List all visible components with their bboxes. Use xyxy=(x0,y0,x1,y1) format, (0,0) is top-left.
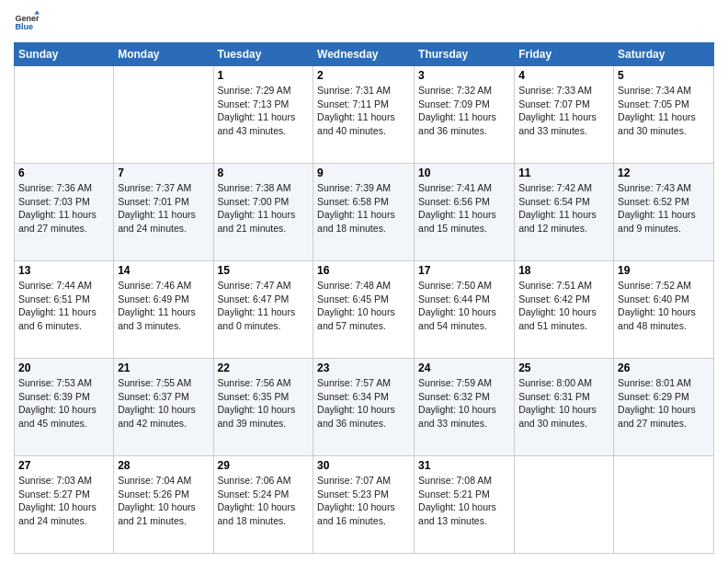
day-info: Sunrise: 7:29 AMSunset: 7:13 PMDaylight:… xyxy=(218,84,310,138)
col-header-saturday: Saturday xyxy=(614,43,714,66)
day-number: 28 xyxy=(118,459,209,472)
calendar-row-3: 20Sunrise: 7:53 AMSunset: 6:39 PMDayligh… xyxy=(15,359,714,456)
day-info: Sunrise: 8:01 AMSunset: 6:29 PMDaylight:… xyxy=(618,376,710,431)
day-info: Sunrise: 8:00 AMSunset: 6:31 PMDaylight:… xyxy=(518,376,609,431)
calendar-row-0: 1Sunrise: 7:29 AMSunset: 7:13 PMDaylight… xyxy=(15,66,714,164)
table-row: 18Sunrise: 7:51 AMSunset: 6:42 PMDayligh… xyxy=(515,261,614,359)
table-row xyxy=(614,456,714,554)
day-number: 15 xyxy=(218,264,310,277)
day-number: 22 xyxy=(218,362,310,374)
day-info: Sunrise: 7:04 AMSunset: 5:26 PMDaylight:… xyxy=(118,474,209,528)
day-info: Sunrise: 7:42 AMSunset: 6:54 PMDaylight:… xyxy=(518,181,609,236)
table-row: 26Sunrise: 8:01 AMSunset: 6:29 PMDayligh… xyxy=(614,359,714,456)
day-info: Sunrise: 7:06 AMSunset: 5:24 PMDaylight:… xyxy=(218,474,310,528)
table-row: 10Sunrise: 7:41 AMSunset: 6:56 PMDayligh… xyxy=(415,164,515,261)
day-info: Sunrise: 7:56 AMSunset: 6:35 PMDaylight:… xyxy=(218,376,310,431)
table-row: 4Sunrise: 7:33 AMSunset: 7:07 PMDaylight… xyxy=(515,66,614,164)
table-row xyxy=(15,66,114,164)
day-info: Sunrise: 7:57 AMSunset: 6:34 PMDaylight:… xyxy=(317,376,410,431)
calendar-row-2: 13Sunrise: 7:44 AMSunset: 6:51 PMDayligh… xyxy=(15,261,714,359)
day-number: 1 xyxy=(218,69,310,82)
day-number: 26 xyxy=(618,362,710,374)
day-number: 23 xyxy=(317,362,410,374)
svg-marker-2 xyxy=(34,10,40,14)
col-header-monday: Monday xyxy=(114,43,213,66)
day-number: 21 xyxy=(118,362,209,374)
table-row: 23Sunrise: 7:57 AMSunset: 6:34 PMDayligh… xyxy=(313,359,415,456)
table-row: 6Sunrise: 7:36 AMSunset: 7:03 PMDaylight… xyxy=(15,164,114,261)
table-row: 31Sunrise: 7:08 AMSunset: 5:21 PMDayligh… xyxy=(415,456,515,554)
day-number: 4 xyxy=(518,69,609,82)
day-info: Sunrise: 7:48 AMSunset: 6:45 PMDaylight:… xyxy=(317,279,410,333)
day-number: 6 xyxy=(18,167,109,179)
day-number: 31 xyxy=(418,459,510,472)
table-row: 13Sunrise: 7:44 AMSunset: 6:51 PMDayligh… xyxy=(15,261,114,359)
svg-text:General: General xyxy=(15,14,40,23)
day-info: Sunrise: 7:34 AMSunset: 7:05 PMDaylight:… xyxy=(618,84,710,138)
table-row: 8Sunrise: 7:38 AMSunset: 7:00 PMDaylight… xyxy=(213,164,313,261)
table-row: 15Sunrise: 7:47 AMSunset: 6:47 PMDayligh… xyxy=(213,261,313,359)
day-info: Sunrise: 7:08 AMSunset: 5:21 PMDaylight:… xyxy=(418,474,510,528)
day-number: 19 xyxy=(618,264,710,277)
table-row: 1Sunrise: 7:29 AMSunset: 7:13 PMDaylight… xyxy=(213,66,313,164)
day-info: Sunrise: 7:37 AMSunset: 7:01 PMDaylight:… xyxy=(118,181,209,236)
logo: General Blue xyxy=(14,9,43,35)
day-number: 13 xyxy=(18,264,109,277)
calendar-row-4: 27Sunrise: 7:03 AMSunset: 5:27 PMDayligh… xyxy=(15,456,714,554)
day-info: Sunrise: 7:32 AMSunset: 7:09 PMDaylight:… xyxy=(418,84,510,138)
day-number: 16 xyxy=(317,264,410,277)
table-row: 2Sunrise: 7:31 AMSunset: 7:11 PMDaylight… xyxy=(313,66,415,164)
table-row: 25Sunrise: 8:00 AMSunset: 6:31 PMDayligh… xyxy=(515,359,614,456)
header-row: SundayMondayTuesdayWednesdayThursdayFrid… xyxy=(15,43,714,66)
day-number: 30 xyxy=(317,459,410,472)
day-info: Sunrise: 7:07 AMSunset: 5:23 PMDaylight:… xyxy=(317,474,410,528)
table-row: 30Sunrise: 7:07 AMSunset: 5:23 PMDayligh… xyxy=(313,456,415,554)
day-info: Sunrise: 7:38 AMSunset: 7:00 PMDaylight:… xyxy=(218,181,310,236)
table-row: 14Sunrise: 7:46 AMSunset: 6:49 PMDayligh… xyxy=(114,261,213,359)
day-info: Sunrise: 7:43 AMSunset: 6:52 PMDaylight:… xyxy=(618,181,710,236)
day-number: 9 xyxy=(317,167,410,179)
day-number: 5 xyxy=(618,69,710,82)
day-info: Sunrise: 7:46 AMSunset: 6:49 PMDaylight:… xyxy=(118,279,209,333)
day-info: Sunrise: 7:41 AMSunset: 6:56 PMDaylight:… xyxy=(418,181,510,236)
calendar-row-1: 6Sunrise: 7:36 AMSunset: 7:03 PMDaylight… xyxy=(15,164,714,261)
logo-icon: General Blue xyxy=(14,9,40,35)
day-number: 7 xyxy=(118,167,209,179)
table-row: 27Sunrise: 7:03 AMSunset: 5:27 PMDayligh… xyxy=(15,456,114,554)
table-row: 11Sunrise: 7:42 AMSunset: 6:54 PMDayligh… xyxy=(515,164,614,261)
day-number: 12 xyxy=(618,167,710,179)
calendar-table: SundayMondayTuesdayWednesdayThursdayFrid… xyxy=(14,42,714,554)
col-header-wednesday: Wednesday xyxy=(313,43,415,66)
table-row: 20Sunrise: 7:53 AMSunset: 6:39 PMDayligh… xyxy=(15,359,114,456)
col-header-thursday: Thursday xyxy=(415,43,515,66)
table-row: 12Sunrise: 7:43 AMSunset: 6:52 PMDayligh… xyxy=(614,164,714,261)
day-number: 11 xyxy=(518,167,609,179)
day-info: Sunrise: 7:47 AMSunset: 6:47 PMDaylight:… xyxy=(218,279,310,333)
day-info: Sunrise: 7:36 AMSunset: 7:03 PMDaylight:… xyxy=(18,181,109,236)
day-number: 29 xyxy=(218,459,310,472)
table-row xyxy=(114,66,213,164)
table-row: 21Sunrise: 7:55 AMSunset: 6:37 PMDayligh… xyxy=(114,359,213,456)
table-row: 29Sunrise: 7:06 AMSunset: 5:24 PMDayligh… xyxy=(213,456,313,554)
day-info: Sunrise: 7:55 AMSunset: 6:37 PMDaylight:… xyxy=(118,376,209,431)
day-info: Sunrise: 7:33 AMSunset: 7:07 PMDaylight:… xyxy=(518,84,609,138)
table-row xyxy=(515,456,614,554)
table-row: 16Sunrise: 7:48 AMSunset: 6:45 PMDayligh… xyxy=(313,261,415,359)
table-row: 24Sunrise: 7:59 AMSunset: 6:32 PMDayligh… xyxy=(415,359,515,456)
day-info: Sunrise: 7:31 AMSunset: 7:11 PMDaylight:… xyxy=(317,84,410,138)
svg-text:Blue: Blue xyxy=(15,22,33,31)
day-number: 3 xyxy=(418,69,510,82)
table-row: 28Sunrise: 7:04 AMSunset: 5:26 PMDayligh… xyxy=(114,456,213,554)
table-row: 9Sunrise: 7:39 AMSunset: 6:58 PMDaylight… xyxy=(313,164,415,261)
day-info: Sunrise: 7:03 AMSunset: 5:27 PMDaylight:… xyxy=(18,474,109,528)
table-row: 19Sunrise: 7:52 AMSunset: 6:40 PMDayligh… xyxy=(614,261,714,359)
table-row: 5Sunrise: 7:34 AMSunset: 7:05 PMDaylight… xyxy=(614,66,714,164)
day-number: 10 xyxy=(418,167,510,179)
col-header-friday: Friday xyxy=(515,43,614,66)
table-row: 17Sunrise: 7:50 AMSunset: 6:44 PMDayligh… xyxy=(415,261,515,359)
table-row: 3Sunrise: 7:32 AMSunset: 7:09 PMDaylight… xyxy=(415,66,515,164)
col-header-sunday: Sunday xyxy=(15,43,114,66)
day-number: 24 xyxy=(418,362,510,374)
col-header-tuesday: Tuesday xyxy=(213,43,313,66)
day-number: 17 xyxy=(418,264,510,277)
